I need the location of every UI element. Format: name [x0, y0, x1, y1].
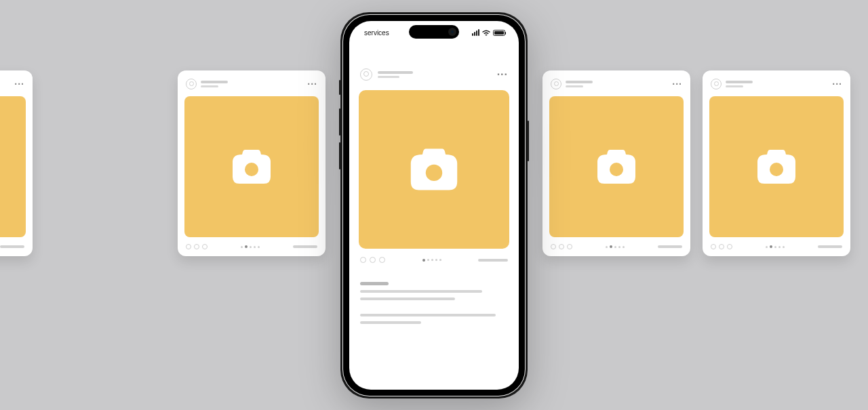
more-options-icon[interactable]: ··· — [832, 82, 842, 86]
action-buttons[interactable] — [711, 244, 732, 249]
post-image-placeholder[interactable] — [549, 96, 684, 237]
phone-volume-up — [339, 108, 340, 136]
action-buttons[interactable] — [551, 244, 572, 249]
status-icons — [472, 29, 505, 36]
post-card: ··· — [178, 70, 326, 256]
dynamic-island — [409, 25, 459, 39]
status-bar: services — [349, 21, 519, 44]
carousel-pagination — [422, 259, 441, 262]
phone-volume-down — [339, 142, 340, 169]
save-button-placeholder[interactable] — [478, 259, 508, 262]
cellular-signal-icon — [472, 29, 479, 36]
post-header: ··· — [359, 48, 509, 90]
action-buttons[interactable] — [186, 244, 208, 249]
carousel-pagination — [766, 245, 785, 248]
action-buttons[interactable] — [360, 257, 385, 263]
phone-post: ··· — [349, 44, 519, 390]
save-button-placeholder[interactable] — [658, 245, 682, 248]
phone-screen: services — [349, 21, 519, 390]
post-footer — [709, 244, 844, 249]
svg-point-3 — [770, 163, 783, 176]
post-header: ··· — [0, 79, 26, 89]
carousel-pagination — [606, 245, 625, 248]
more-options-icon[interactable]: ··· — [14, 82, 24, 86]
carousel-pagination — [241, 245, 260, 248]
post-footer — [359, 249, 509, 263]
username-placeholder — [566, 81, 668, 87]
post-footer — [549, 244, 684, 249]
post-header: ··· — [184, 79, 319, 89]
post-footer — [0, 244, 26, 249]
username-placeholder — [378, 71, 492, 78]
save-button-placeholder[interactable] — [0, 245, 24, 248]
svg-point-1 — [245, 163, 258, 176]
camera-icon — [756, 148, 797, 185]
camera-icon — [596, 148, 637, 185]
phone-silent-switch — [339, 80, 340, 95]
post-image-placeholder[interactable] — [184, 96, 319, 237]
username-placeholder — [201, 81, 303, 87]
camera-icon — [409, 147, 459, 192]
save-button-placeholder[interactable] — [818, 245, 842, 248]
post-image-placeholder[interactable] — [359, 90, 509, 249]
wifi-icon — [482, 30, 490, 36]
carrier-label: services — [364, 29, 389, 37]
save-button-placeholder[interactable] — [293, 245, 317, 248]
post-card: ··· — [0, 70, 33, 256]
username-placeholder — [726, 81, 828, 87]
post-header: ··· — [709, 79, 844, 89]
post-image-placeholder[interactable] — [709, 96, 844, 237]
battery-icon — [493, 30, 505, 36]
phone-power-button — [528, 121, 529, 161]
post-image-placeholder[interactable] — [0, 96, 26, 237]
phone-mockup: services — [340, 12, 528, 398]
username-placeholder — [0, 81, 10, 87]
avatar-icon[interactable] — [186, 79, 197, 89]
post-caption — [359, 263, 509, 324]
more-options-icon[interactable]: ··· — [497, 73, 508, 77]
post-footer — [184, 244, 319, 249]
post-card: ··· — [542, 70, 690, 256]
avatar-icon[interactable] — [711, 79, 722, 89]
avatar-icon[interactable] — [360, 68, 372, 81]
post-card: ··· — [703, 70, 850, 256]
more-options-icon[interactable]: ··· — [672, 82, 682, 86]
post-header: ··· — [549, 79, 684, 89]
more-options-icon[interactable]: ··· — [307, 82, 317, 86]
front-camera-icon — [448, 28, 456, 36]
camera-icon — [231, 148, 272, 185]
avatar-icon[interactable] — [551, 79, 561, 89]
svg-point-2 — [610, 163, 623, 176]
svg-point-4 — [426, 165, 442, 181]
